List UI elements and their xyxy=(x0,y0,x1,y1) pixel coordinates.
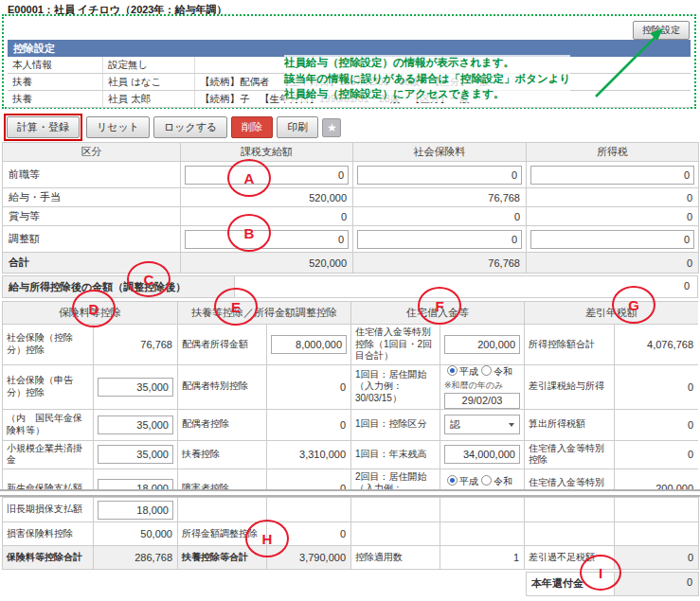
salary-taxable: 520,000 xyxy=(181,188,353,207)
row-label: 1回目：控除区分 xyxy=(351,409,440,440)
pension-input[interactable] xyxy=(98,415,173,434)
balance-value: 0 xyxy=(615,546,699,570)
deduction-type-select[interactable]: 認 xyxy=(444,415,520,434)
radio-heisei[interactable] xyxy=(447,365,458,376)
row-category: 扶養 xyxy=(8,74,103,91)
radio-heisei[interactable] xyxy=(447,475,458,486)
annotation-circle-e: E xyxy=(214,288,258,326)
row-label: 1回目：年末残高 xyxy=(351,440,440,468)
salary-social: 76,768 xyxy=(353,188,527,207)
deduction-total-value: 4,076,768 xyxy=(615,325,699,365)
after-deduction-label: 給与所得控除後の金額（調整控除後） xyxy=(3,276,235,297)
radio-heisei-label: 平成 xyxy=(459,476,478,486)
annotation-circle-i: I xyxy=(580,555,621,591)
row-name: 社員 太郎 xyxy=(103,91,195,108)
payment-summary-table: 区分 課税支給額 社会保険料 所得税 前職等 給与・手当 520,000 76,… xyxy=(2,142,699,274)
annotation-circle-a: A xyxy=(227,159,271,197)
row-label: 所得控除額合計 xyxy=(525,325,615,365)
radio-reiwa-label: 令和 xyxy=(494,476,512,486)
toolbar: 計算・登録リセットロックする削除印刷★ xyxy=(4,114,345,141)
help-line: 該当年の情報に誤りがある場合は「控除設定」ボタンより xyxy=(284,71,570,87)
empty-cell xyxy=(440,522,525,546)
row-label: 前職等 xyxy=(3,162,181,188)
reset-button[interactable]: リセット xyxy=(86,116,150,138)
row-label: 新生命保険支払額 xyxy=(3,468,94,489)
row-category: 扶養 xyxy=(8,91,103,108)
table-row: 旧長期損保支払額 xyxy=(3,498,699,522)
total-taxable: 520,000 xyxy=(181,253,353,274)
table-row: （内 国民年金保険料等） 配偶者控除 0 1回目：控除区分 認 算出所得税額 0 xyxy=(3,409,699,440)
row-label: 扶養控除 xyxy=(178,440,267,468)
residence-start-1-input[interactable] xyxy=(444,393,520,409)
row-label: 1回目：居住開始（入力例：30/03/15） xyxy=(351,364,440,409)
col-header-dependent: 扶養等控除／所得金額調整控除 xyxy=(178,302,351,325)
radio-reiwa[interactable] xyxy=(481,365,492,376)
empty-cell xyxy=(525,522,615,546)
spouse-income-input[interactable] xyxy=(271,335,347,354)
print-button[interactable]: 印刷 xyxy=(277,116,318,138)
adjust-incometax-input[interactable] xyxy=(530,230,694,249)
row-label: 旧長期損保支払額 xyxy=(3,498,94,522)
refund-value: 0 xyxy=(615,573,698,595)
spouse-special-value: 0 xyxy=(267,364,351,409)
housing-total-input[interactable] xyxy=(444,335,520,354)
prevjob-incometax-input[interactable] xyxy=(530,166,694,185)
radio-reiwa[interactable] xyxy=(481,475,492,486)
table-row: 損害保険料控除 50,000 所得金額調整控除 0 xyxy=(3,522,699,546)
annotation-circle-c: C xyxy=(127,261,171,297)
old-longterm-input[interactable] xyxy=(98,501,173,520)
row-label: 住宅借入金等特別控除（1回目・2回目合計） xyxy=(351,325,440,365)
table-row: 調整額 xyxy=(3,226,699,253)
content-tear-divider xyxy=(0,489,700,497)
empty-cell xyxy=(351,498,440,522)
table-row: 前職等 xyxy=(3,162,699,188)
total-incometax: 0 xyxy=(527,253,699,274)
disability-deduction-value: 0 xyxy=(267,468,351,489)
insurance-total-value: 286,768 xyxy=(94,546,178,570)
star-icon[interactable]: ★ xyxy=(322,118,341,137)
new-life-insurance-input[interactable] xyxy=(98,479,173,489)
row-label: 配偶者控除 xyxy=(178,409,267,440)
row-label: 給与・手当 xyxy=(3,188,181,207)
col-header-category: 区分 xyxy=(3,143,181,162)
era-radio-group: 平成令和 xyxy=(440,475,524,488)
housing-possible-value: 200,000 xyxy=(615,468,699,489)
header-row: 区分 課税支給額 社会保険料 所得税 xyxy=(3,143,699,162)
dependent-deduction-value: 3,310,000 xyxy=(267,440,351,468)
calc-register-button[interactable]: 計算・登録 xyxy=(7,116,80,138)
radio-reiwa-label: 令和 xyxy=(494,366,512,377)
total-social: 76,768 xyxy=(353,253,527,274)
row-label: 損害保険料控除 xyxy=(3,522,94,546)
empty-cell xyxy=(178,498,267,522)
row-label: 障害者控除 xyxy=(178,468,267,489)
empty-cell xyxy=(267,498,351,522)
era-radio-group: 平成令和 xyxy=(440,365,524,379)
lock-button[interactable]: ロックする xyxy=(153,116,227,138)
table-row: 小規模企業共済掛金 扶養控除 3,310,000 1回目：年末残高 住宅借入金等… xyxy=(3,440,699,468)
row-name: 社員 はなこ xyxy=(103,74,195,91)
yearend-balance-input[interactable] xyxy=(444,445,520,464)
selected-option: 認 xyxy=(450,418,460,432)
annotation-circle-b: B xyxy=(227,214,271,252)
adjust-social-input[interactable] xyxy=(357,230,522,249)
salary-incometax: 0 xyxy=(527,188,699,207)
mutual-aid-input[interactable] xyxy=(98,445,173,464)
green-arrow-icon xyxy=(570,21,670,101)
social-declared-input[interactable] xyxy=(98,378,173,397)
table-row: 社会保険（申告分）控除 配偶者特別控除 0 1回目：居住開始（入力例：30/03… xyxy=(3,364,699,409)
row-label: 調整額 xyxy=(3,226,181,253)
row-label: 賞与等 xyxy=(3,207,181,226)
row-label: 小規模企業共済掛金 xyxy=(3,440,94,468)
table-row: 社会保険（控除分）控除 76,768 配偶者所得金額 住宅借入金等特別控除（1回… xyxy=(3,325,699,365)
help-line: 社員給与（控除設定）にアクセスできます。 xyxy=(284,86,570,102)
bonus-incometax: 0 xyxy=(527,207,699,226)
row-label: 算出所得税額 xyxy=(525,409,615,440)
damage-insurance-value: 50,000 xyxy=(94,522,178,546)
prevjob-social-input[interactable] xyxy=(357,166,522,185)
row-label: 社会保険（申告分）控除 xyxy=(3,364,94,409)
table-row: 給与・手当 520,000 76,768 0 xyxy=(3,188,699,207)
calculated-tax-value: 0 xyxy=(615,409,699,440)
delete-button[interactable]: 削除 xyxy=(231,116,273,138)
caret-down-icon xyxy=(509,423,514,427)
deductions-detail-table: 保険料等控除 扶養等控除／所得金額調整控除 住宅借入金等 差引年税額 社会保険（… xyxy=(2,301,698,489)
